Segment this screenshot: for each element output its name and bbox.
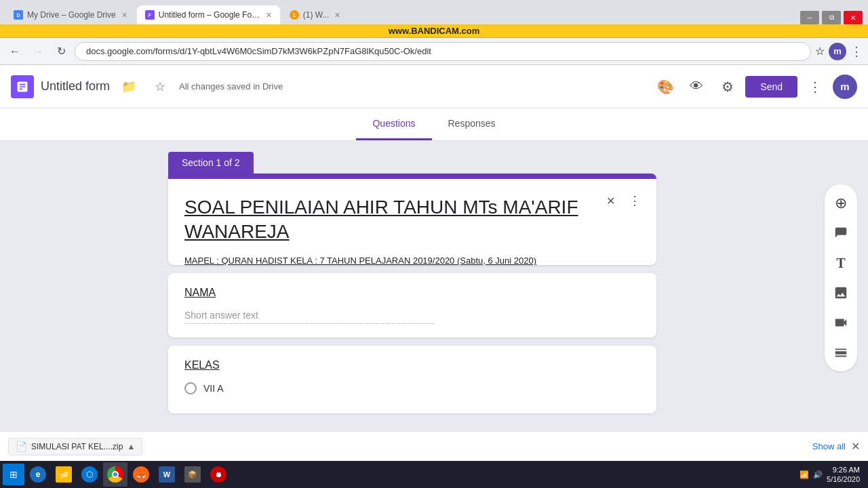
watermark-text: www.BANDICAM.com: [389, 26, 480, 36]
download-file-label: SIMULASI PAT KEL....zip: [31, 442, 123, 451]
bottom-bar-close[interactable]: ✕: [851, 440, 860, 453]
taskbar-app-ie[interactable]: e: [26, 462, 50, 487]
short-answer-placeholder: Short answer text: [184, 310, 435, 324]
section-badge: Section 1 of 2: [168, 152, 254, 174]
browser-toolbar: ← → ↻ docs.google.com/forms/d/1Y-qbtLv4W…: [0, 38, 868, 65]
card-more-btn[interactable]: ⋮: [624, 190, 646, 211]
taskbar-time: 9:26 AM: [827, 465, 860, 474]
tab-drive-label: My Drive – Google Drive: [27, 10, 116, 20]
taskbar-clock: 9:26 AM 5/16/2020: [827, 465, 860, 485]
window-close[interactable]: ✕: [844, 11, 863, 24]
add-section-btn[interactable]: [827, 339, 854, 366]
taskbar-app-misc[interactable]: 📦: [180, 462, 205, 487]
settings-btn[interactable]: ⚙: [714, 73, 741, 100]
browser-titlebar: D My Drive – Google Drive ✕ F Untitled f…: [0, 0, 868, 24]
question-label-kelas: KELAS: [184, 359, 640, 371]
back-btn[interactable]: ←: [5, 42, 24, 61]
forms-app-icon: [11, 75, 34, 98]
form-subtitle: MAPEL : QURAN HADIST KELA : 7 TAHUN PELA…: [184, 256, 640, 265]
radio-circle-viia[interactable]: [184, 382, 197, 394]
section-icon: [833, 345, 848, 360]
tab-responses[interactable]: Responses: [432, 108, 512, 140]
bookmark-star[interactable]: ☆: [815, 45, 825, 58]
forms-icon-svg: [16, 80, 29, 94]
tab-forms-label: Untitled form – Google Forms: [159, 10, 260, 20]
bottom-download-bar: 📄 SIMULASI PAT KEL....zip ▲ Show all ✕: [0, 431, 868, 461]
star-btn[interactable]: ☆: [148, 75, 172, 99]
add-video-btn[interactable]: [827, 309, 854, 336]
tab-drive[interactable]: D My Drive – Google Drive ✕: [5, 5, 136, 24]
collapse-btn[interactable]: ✕: [599, 190, 621, 211]
title-card: ✕ ⋮ SOAL PENILAIAN AHIR TAHUN MTs MA'ARI…: [168, 174, 656, 265]
download-file-icon: 📄: [16, 441, 27, 452]
other-favicon: 1: [290, 10, 299, 20]
add-question-btn[interactable]: ⊕: [827, 190, 854, 217]
right-toolbar: ⊕ T: [825, 184, 857, 371]
tray-icon-sound: 🔊: [813, 470, 823, 479]
tab-close-other[interactable]: ✕: [334, 11, 340, 20]
browser-menu-btn[interactable]: ⋮: [850, 44, 863, 59]
drive-favicon: D: [14, 10, 23, 20]
tab-questions[interactable]: Questions: [356, 108, 431, 140]
saved-indicator: All changes saved in Drive: [179, 81, 283, 92]
url-text: docs.google.com/forms/d/1Y-qbtLv4W6M0cSi…: [86, 46, 431, 56]
folder-btn[interactable]: 📁: [117, 75, 141, 99]
image-icon: [833, 285, 848, 300]
app-header: Untitled form 📁 ☆ All changes saved in D…: [0, 65, 868, 108]
tab-close-drive[interactable]: ✕: [121, 11, 127, 20]
forms-favicon: F: [145, 10, 155, 20]
window-restore[interactable]: ⧉: [822, 11, 841, 24]
taskbar-app-files[interactable]: 📁: [52, 462, 76, 487]
header-profile-avatar[interactable]: m: [833, 75, 857, 99]
add-image-btn[interactable]: [827, 279, 854, 306]
taskbar-app-chrome[interactable]: [103, 462, 127, 487]
window-minimize[interactable]: ─: [800, 11, 819, 24]
import-icon: [833, 226, 848, 241]
question-card-kelas: KELAS VII A: [168, 346, 656, 413]
url-bar[interactable]: docs.google.com/forms/d/1Y-qbtLv4W6M0cSi…: [75, 42, 811, 61]
system-tray: 📶 🔊 9:26 AM 5/16/2020: [794, 465, 865, 485]
watermark-banner: www.BANDICAM.com: [0, 24, 868, 38]
video-icon: [833, 315, 848, 330]
question-label-nama: NAMA: [184, 287, 640, 299]
import-questions-btn[interactable]: [827, 220, 854, 247]
forward-btn[interactable]: →: [28, 42, 47, 61]
form-tabs-bar: Questions Responses: [0, 108, 868, 141]
taskbar-app-record[interactable]: ⏺: [206, 462, 231, 487]
taskbar: ⊞ e 📁 ⬡ 🦊 W 📦 ⏺ 📶 🔊 9:26 AM 5/16/2020: [0, 461, 868, 488]
profile-avatar-browser: m: [829, 43, 846, 60]
taskbar-app-cortana[interactable]: ⬡: [77, 462, 102, 487]
center-column: Section 1 of 2 ✕ ⋮ SOAL PENILAIAN AHIR T…: [168, 152, 656, 422]
radio-option-viia: VII A: [184, 382, 640, 394]
profile-btn[interactable]: m: [829, 43, 846, 60]
form-main-title: SOAL PENILAIAN AHIR TAHUN MTs MA'ARIF WA…: [184, 195, 640, 245]
show-all-btn[interactable]: Show all: [812, 441, 846, 451]
radio-label-viia: VII A: [203, 383, 224, 394]
download-chevron[interactable]: ▲: [127, 442, 135, 451]
refresh-btn[interactable]: ↻: [52, 42, 71, 61]
add-title-btn[interactable]: T: [827, 249, 854, 277]
taskbar-app-firefox[interactable]: 🦊: [129, 462, 153, 487]
palette-btn[interactable]: 🎨: [652, 73, 679, 100]
question-card-nama: NAMA Short answer text: [168, 273, 656, 338]
title-card-actions: ✕ ⋮: [599, 190, 646, 211]
taskbar-date: 5/16/2020: [827, 474, 860, 484]
start-button[interactable]: ⊞: [3, 464, 24, 485]
tab-forms[interactable]: F Untitled form – Google Forms ✕: [137, 5, 280, 24]
tab-other[interactable]: 1 (1) W... ✕: [281, 5, 349, 24]
taskbar-app-word[interactable]: W: [155, 462, 179, 487]
preview-btn[interactable]: 👁: [683, 73, 710, 100]
more-options-btn[interactable]: ⋮: [802, 73, 829, 100]
tab-other-label: (1) W...: [303, 10, 330, 20]
tab-close-forms[interactable]: ✕: [266, 11, 272, 20]
header-actions: 🎨 👁 ⚙ Send ⋮ m: [652, 73, 857, 100]
app-title: Untitled form: [41, 79, 110, 94]
download-file-item[interactable]: 📄 SIMULASI PAT KEL....zip ▲: [8, 438, 142, 455]
app-layout: Untitled form 📁 ☆ All changes saved in D…: [0, 65, 868, 432]
page-body: Section 1 of 2 ✕ ⋮ SOAL PENILAIAN AHIR T…: [0, 141, 868, 432]
tray-icon-network: 📶: [800, 470, 809, 479]
send-button[interactable]: Send: [745, 76, 797, 98]
